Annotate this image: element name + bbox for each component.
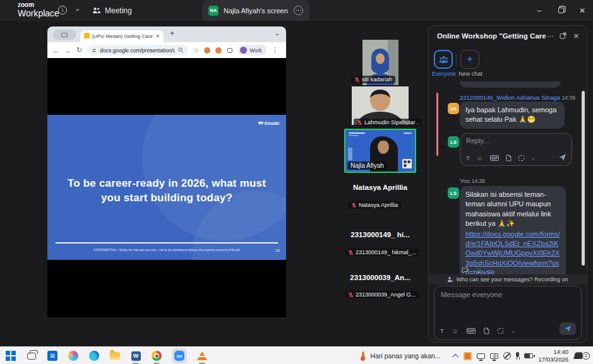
send-button[interactable] <box>560 322 576 335</box>
clock[interactable]: 14:40 17/03/2026 <box>538 348 568 363</box>
tab-meeting[interactable]: Meeting <box>92 0 132 21</box>
tab-search-button[interactable] <box>53 30 76 40</box>
microsoft-store-button[interactable]: ⊞ <box>47 350 58 361</box>
add-reaction-icon[interactable]: ☺ <box>476 267 482 274</box>
message-meta: 2212000146_Widion Adrianus Sinaga 14:39 <box>460 94 575 101</box>
new-chat-button[interactable]: + <box>460 50 479 69</box>
participant-label: Natasya Aprillia <box>348 201 401 209</box>
extension-icon[interactable] <box>204 47 210 54</box>
edge-icon <box>89 351 99 361</box>
tray-app-icon[interactable] <box>464 352 472 360</box>
chat-close-icon[interactable]: ✕ <box>573 32 579 40</box>
send-icon <box>564 325 572 332</box>
tab-search-icon <box>61 33 68 37</box>
close-button[interactable]: ✕ <box>572 0 593 21</box>
site-settings-icon[interactable] <box>92 48 97 53</box>
screenshot-icon[interactable] <box>498 328 503 334</box>
file-icon[interactable] <box>506 155 512 161</box>
new-chat-label: New chat <box>457 71 484 77</box>
restore-button[interactable] <box>550 0 572 21</box>
cast-icon[interactable] <box>490 353 498 359</box>
people-icon <box>92 7 100 14</box>
reply-input[interactable]: Reply... T ☺ GIF ⌄ <box>460 133 572 166</box>
more-actions-icon[interactable]: ⋯ <box>488 267 494 274</box>
extensions-icon[interactable] <box>227 47 233 54</box>
info-icon[interactable]: i <box>58 6 67 15</box>
notification-center-button[interactable]: 2 <box>573 350 590 361</box>
microphone-icon[interactable] <box>516 352 519 357</box>
tray-expand-icon[interactable] <box>453 353 459 360</box>
browser-tabstrip: [UPU Medan] Getting Career... ✕ + ⌄ <box>47 26 286 42</box>
share-initials-badge: NA <box>208 6 219 16</box>
tab-options-icon[interactable]: ⋯ <box>294 6 303 15</box>
avatar: 2A <box>448 103 459 114</box>
notification-icon <box>573 351 582 359</box>
chevron-down-icon[interactable]: ⌄ <box>75 4 80 13</box>
profile-avatar <box>240 47 247 54</box>
file-icon[interactable] <box>484 327 489 334</box>
chat-title: Online Workshop "Getting Career-Ready: U… <box>437 32 546 40</box>
windows-logo-icon <box>6 351 16 361</box>
everyone-people-icon <box>439 56 448 64</box>
weather-text: Hari panas yang akan... <box>371 352 441 360</box>
minimize-button[interactable]: – <box>529 0 550 21</box>
browser-toolbar: ← → ↻ docs.google.com/presentation/d... … <box>47 42 286 58</box>
chevron-down-icon[interactable]: ⌄ <box>512 329 515 334</box>
chrome-button[interactable] <box>151 350 162 361</box>
extension-icon[interactable] <box>215 47 222 54</box>
quote-reply-icon[interactable] <box>462 267 469 274</box>
display-icon[interactable] <box>477 353 485 359</box>
weather-widget[interactable]: Hari panas yang akan... <box>359 351 441 361</box>
word-icon: W <box>131 351 141 361</box>
format-icon[interactable]: T <box>440 327 444 334</box>
vlc-button[interactable] <box>196 350 208 361</box>
message-input[interactable]: Message everyone T ☺ GIF ⌄ <box>434 286 582 340</box>
emoji-icon[interactable]: ☺ <box>477 155 483 161</box>
reply-toolbar: T ☺ GIF ⌄ <box>466 155 535 161</box>
chrome-icon <box>152 351 162 361</box>
browser-tab[interactable]: [UPU Medan] Getting Career... ✕ <box>80 30 164 42</box>
reload-button[interactable]: ↻ <box>76 46 82 54</box>
file-explorer-button[interactable] <box>109 350 121 361</box>
everyone-channel-button[interactable] <box>434 50 453 69</box>
zoom-app-button[interactable]: zm <box>172 348 187 363</box>
tab-share-screen[interactable]: NA Najla Afiyah's screen ⋯ <box>202 0 309 21</box>
browser-menu-icon[interactable]: ⋮ <box>272 46 279 54</box>
participant-label: Najla Afiyah <box>347 161 387 170</box>
start-button[interactable] <box>5 350 16 361</box>
zoom-page-icon[interactable] <box>178 47 184 53</box>
format-icon[interactable]: T <box>466 155 470 161</box>
task-view-button[interactable] <box>26 350 37 361</box>
muted-mic-icon <box>348 292 354 298</box>
slide-footer-rule <box>56 242 278 244</box>
chat-more-icon[interactable]: ⋯ <box>547 32 554 40</box>
video-tile-najla-active[interactable]: Najla Afiyah <box>344 129 416 173</box>
copilot-button[interactable] <box>68 350 79 361</box>
address-bar[interactable]: docs.google.com/presentation/d... <box>87 45 188 56</box>
battery-icon[interactable] <box>524 353 533 358</box>
send-reply-icon[interactable] <box>558 153 566 161</box>
back-button[interactable]: ← <box>52 47 59 54</box>
forward-button[interactable]: → <box>64 47 71 54</box>
do-not-disturb-icon[interactable] <box>503 352 511 360</box>
emoji-icon[interactable]: ☺ <box>452 327 458 334</box>
screenshot-icon[interactable] <box>518 155 524 161</box>
new-tab-button[interactable]: + <box>170 29 174 38</box>
bookmark-star-icon[interactable]: ☆ <box>193 47 199 54</box>
pop-out-icon[interactable] <box>560 32 566 40</box>
tab-list-chevron-icon[interactable]: ⌄ <box>275 30 280 37</box>
tab-close-icon[interactable]: ✕ <box>155 33 160 39</box>
edge-button[interactable] <box>88 350 100 361</box>
gif-icon[interactable]: GIF <box>467 328 476 334</box>
zoom-app-icon: zm <box>174 351 184 361</box>
compose-toolbar: T ☺ GIF ⌄ <box>440 327 515 334</box>
gif-icon[interactable]: GIF <box>490 155 500 161</box>
chat-scrollbar[interactable] <box>582 91 585 266</box>
tab-meeting-label: Meeting <box>105 6 132 15</box>
word-button[interactable]: W <box>130 350 141 361</box>
chevron-down-icon[interactable]: ⌄ <box>531 156 535 161</box>
time: 14:40 <box>538 348 568 356</box>
chat-message-bubble: Iya bapak Lahmudin, semoga sehat selalu … <box>460 102 565 129</box>
profile-chip[interactable]: Work <box>238 45 267 56</box>
message-time: 14:36 <box>472 178 485 184</box>
